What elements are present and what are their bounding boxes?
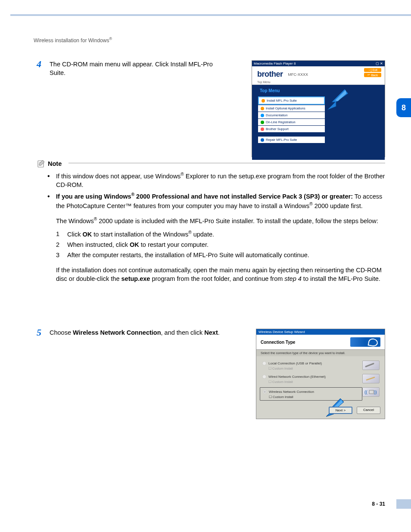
step-5-text: Choose Wireless Network Connection, and … (50, 329, 222, 337)
back-button[interactable]: ↩Back (364, 73, 381, 77)
menu-documentation[interactable]: Documentation (258, 112, 325, 118)
ss2-titlebar: Wireless Device Setup Wizard (256, 329, 385, 335)
ss1-menu: Install MFL-Pro Suite Install Optional A… (258, 96, 379, 143)
bottom-accent (396, 499, 411, 509)
ss2-header: Connection Type (256, 335, 385, 350)
cancel-button[interactable]: Cancel (357, 407, 380, 414)
ss2-body: Local Connection (USB or Parallel) ☐ Cus… (256, 356, 385, 417)
ss2-subtitle: Select the connection type of the device… (256, 350, 385, 356)
step-5-number: 5 (37, 327, 41, 338)
window-controls-icon: ▢ ✕ (376, 62, 383, 65)
substep-2: 2When instructed, click OK to restart yo… (56, 240, 385, 249)
page-header: Wireless installation for Windows® (34, 37, 112, 44)
step-4-text: The CD-ROM main menu will appear. Click … (50, 60, 222, 77)
ss1-window-title: Macromedia Flash Player 8 (254, 62, 296, 65)
brother-logo: brother (257, 70, 283, 79)
note-para-1: The Windows® 2000 update is included wit… (56, 216, 385, 225)
next-button[interactable]: Next > (329, 407, 352, 414)
usb-icon (362, 361, 380, 370)
registered-mark: ® (109, 37, 112, 41)
svg-text:((: (( (364, 390, 367, 395)
note-body: If this window does not appear, use Wind… (56, 171, 385, 283)
menu-registration[interactable]: On-Line Registration (258, 119, 325, 125)
svg-text:)): )) (374, 390, 377, 395)
ethernet-icon (362, 374, 380, 383)
option-wired[interactable]: Wired Network Connection (Ethernet) ☐ Cu… (262, 374, 380, 384)
ss1-body: Top Menu Install MFL-Pro Suite Install O… (252, 85, 385, 160)
substep-1: 1Click OK to start installation of the W… (56, 230, 385, 239)
option-local[interactable]: Local Connection (USB or Parallel) ☐ Cus… (262, 361, 380, 370)
wireless-icon: (()) (362, 387, 380, 397)
menu-repair[interactable]: Repair MFL-Pro Suite (258, 137, 325, 143)
model-text: MFC-XXXX (288, 72, 308, 77)
note-label: Note (48, 160, 62, 167)
screenshot-connection-type: Wireless Device Setup Wizard Connection … (256, 329, 385, 419)
menu-support[interactable]: Brother Support (258, 126, 325, 132)
wireless-logo-icon (350, 337, 380, 347)
ss2-header-text: Connection Type (261, 340, 295, 345)
top-accent-bar (10, 14, 411, 16)
exit-button[interactable]: →]Exit (364, 68, 381, 72)
note-section: Note If this window does not appear, use… (37, 159, 385, 286)
ss1-logo-row: brother MFC-XXXX →]Exit ↩Back (252, 66, 385, 81)
step-4-number: 4 (37, 59, 41, 70)
menu-install-mfl[interactable]: Install MFL-Pro Suite (258, 96, 325, 105)
header-label: Wireless installation for Windows (34, 37, 109, 44)
note-bullet-1: If this window does not appear, use Wind… (56, 171, 385, 189)
option-wireless[interactable]: Wireless Network Connection ☐ Custom Ins… (262, 387, 380, 401)
page-number: 8 - 31 (372, 501, 385, 507)
ss1-breadcrumb: Top Menu (252, 81, 385, 85)
menu-install-optional[interactable]: Install Optional Applications (258, 105, 325, 112)
note-icon (37, 159, 45, 168)
svg-rect-4 (369, 390, 374, 394)
ss1-heading: Top Menu (260, 88, 379, 93)
substep-3: 3After the computer restarts, the instal… (56, 251, 385, 259)
screenshot-top-menu: Macromedia Flash Player 8 ▢ ✕ brother MF… (252, 60, 385, 157)
note-bullet-2: If you are using Windows® 2000 Professio… (56, 192, 385, 283)
note-divider (68, 163, 385, 163)
chapter-tab: 8 (396, 98, 411, 117)
note-para-2: If the installation does not continue au… (56, 266, 385, 283)
ss1-titlebar: Macromedia Flash Player 8 ▢ ✕ (252, 61, 385, 66)
